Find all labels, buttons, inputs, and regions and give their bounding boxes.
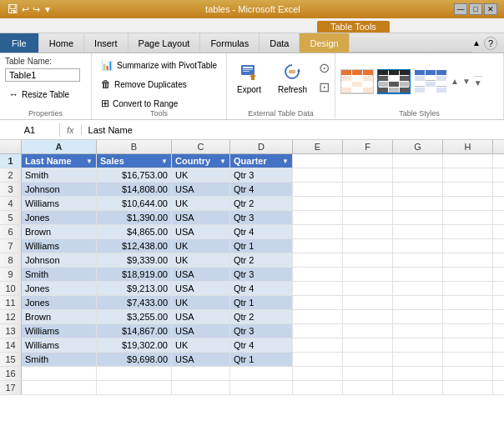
cell-f9[interactable] xyxy=(343,268,393,281)
cell-c2[interactable]: UK xyxy=(172,168,230,182)
cell-g4[interactable] xyxy=(393,197,443,210)
cell-d10[interactable]: Qtr 4 xyxy=(230,282,293,295)
cell-h16[interactable] xyxy=(443,367,493,380)
cell-c11[interactable]: UK xyxy=(172,296,230,309)
tab-page-layout[interactable]: Page Layout xyxy=(129,33,201,53)
cell-c8[interactable]: UK xyxy=(172,253,230,267)
cell-g12[interactable] xyxy=(393,310,443,323)
cell-f6[interactable] xyxy=(343,225,393,238)
cell-a15[interactable]: Smith xyxy=(22,353,97,366)
cell-h11[interactable] xyxy=(443,296,493,309)
cell-g3[interactable] xyxy=(393,183,443,196)
styles-scroll-up[interactable]: ▲ xyxy=(451,77,459,86)
style-swatch-orange[interactable] xyxy=(340,69,374,94)
cell-d7[interactable]: Qtr 1 xyxy=(230,239,293,253)
cell-e14[interactable] xyxy=(293,338,343,352)
refresh-button[interactable]: Refresh xyxy=(273,57,312,98)
row-num-3[interactable]: 3 xyxy=(0,183,22,196)
cell-d5[interactable]: Qtr 3 xyxy=(230,211,293,224)
cell-b10[interactable]: $9,213.00 xyxy=(97,282,172,295)
cell-h17[interactable] xyxy=(443,381,493,394)
cell-f16[interactable] xyxy=(343,367,393,380)
cell-a3[interactable]: Johnson xyxy=(22,183,97,196)
cell-g14[interactable] xyxy=(393,338,443,352)
col-header-g[interactable]: G xyxy=(393,140,443,153)
cell-f12[interactable] xyxy=(343,310,393,323)
cell-d12[interactable]: Qtr 2 xyxy=(230,310,293,323)
row-num-1[interactable]: 1 xyxy=(0,154,22,168)
cell-d14[interactable]: Qtr 4 xyxy=(230,338,293,352)
close-button[interactable]: ✕ xyxy=(484,3,497,15)
cell-f10[interactable] xyxy=(343,282,393,295)
cell-h5[interactable] xyxy=(443,211,493,224)
row-num-7[interactable]: 7 xyxy=(0,239,22,253)
cell-h8[interactable] xyxy=(443,253,493,267)
cell-f14[interactable] xyxy=(343,338,393,352)
cell-e5[interactable] xyxy=(293,211,343,224)
cell-f11[interactable] xyxy=(343,296,393,309)
cell-b1[interactable]: Sales ▼ xyxy=(97,154,172,168)
open-browser-button[interactable]: ⊡ xyxy=(319,79,330,95)
dropdown-arrow-lastname[interactable]: ▼ xyxy=(86,158,93,165)
cell-e3[interactable] xyxy=(293,183,343,196)
cell-a17[interactable] xyxy=(22,381,97,394)
cell-c13[interactable]: USA xyxy=(172,324,230,338)
cell-a14[interactable]: Williams xyxy=(22,338,97,352)
cell-d17[interactable] xyxy=(230,381,293,394)
cell-g11[interactable] xyxy=(393,296,443,309)
col-header-c[interactable]: C xyxy=(172,140,230,153)
tab-formulas[interactable]: Formulas xyxy=(200,33,260,53)
row-num-6[interactable]: 6 xyxy=(0,225,22,238)
cell-f4[interactable] xyxy=(343,197,393,210)
cell-g8[interactable] xyxy=(393,253,443,267)
cell-b6[interactable]: $4,865.00 xyxy=(97,225,172,238)
row-num-16[interactable]: 16 xyxy=(0,367,22,380)
cell-g10[interactable] xyxy=(393,282,443,295)
cell-a13[interactable]: Williams xyxy=(22,324,97,338)
cell-e1[interactable] xyxy=(293,154,343,168)
cell-e13[interactable] xyxy=(293,324,343,338)
cell-b13[interactable]: $14,867.00 xyxy=(97,324,172,338)
cell-b2[interactable]: $16,753.00 xyxy=(97,168,172,182)
cell-a10[interactable]: Jones xyxy=(22,282,97,295)
formula-content[interactable]: Last Name xyxy=(82,125,139,135)
cell-d15[interactable]: Qtr 1 xyxy=(230,353,293,366)
cell-c10[interactable]: USA xyxy=(172,282,230,295)
cell-h14[interactable] xyxy=(443,338,493,352)
cell-h1[interactable] xyxy=(443,154,493,168)
cell-d1[interactable]: Quarter ▼ xyxy=(230,154,293,168)
tab-home[interactable]: Home xyxy=(39,33,84,53)
row-num-8[interactable]: 8 xyxy=(0,253,22,267)
table-name-input[interactable]: Table1 xyxy=(5,68,80,82)
dropdown-arrow-sales[interactable]: ▼ xyxy=(161,158,168,165)
cell-e15[interactable] xyxy=(293,353,343,366)
col-header-h[interactable]: H xyxy=(443,140,493,153)
cell-h3[interactable] xyxy=(443,183,493,196)
summarize-pivottable-button[interactable]: 📊 Summarize with PivotTable xyxy=(97,57,221,73)
cell-d6[interactable]: Qtr 4 xyxy=(230,225,293,238)
cell-b14[interactable]: $19,302.00 xyxy=(97,338,172,352)
row-num-17[interactable]: 17 xyxy=(0,381,22,394)
col-header-b[interactable]: B xyxy=(97,140,172,153)
cell-g15[interactable] xyxy=(393,353,443,366)
dropdown-arrow-quarter[interactable]: ▼ xyxy=(282,158,289,165)
cell-g1[interactable] xyxy=(393,154,443,168)
cell-c3[interactable]: USA xyxy=(172,183,230,196)
cell-f3[interactable] xyxy=(343,183,393,196)
cell-g2[interactable] xyxy=(393,168,443,182)
col-header-a[interactable]: A xyxy=(22,140,97,153)
cell-a4[interactable]: Williams xyxy=(22,197,97,210)
name-box[interactable]: A1 xyxy=(0,123,60,137)
cell-a11[interactable]: Jones xyxy=(22,296,97,309)
cell-e4[interactable] xyxy=(293,197,343,210)
row-num-9[interactable]: 9 xyxy=(0,268,22,281)
cell-h15[interactable] xyxy=(443,353,493,366)
cell-c12[interactable]: USA xyxy=(172,310,230,323)
cell-h13[interactable] xyxy=(443,324,493,338)
style-swatch-blue[interactable] xyxy=(414,69,447,94)
cell-f5[interactable] xyxy=(343,211,393,224)
help-icon[interactable]: ? xyxy=(484,37,497,50)
cell-c15[interactable]: USA xyxy=(172,353,230,366)
cell-h4[interactable] xyxy=(443,197,493,210)
col-header-d[interactable]: D xyxy=(230,140,293,153)
